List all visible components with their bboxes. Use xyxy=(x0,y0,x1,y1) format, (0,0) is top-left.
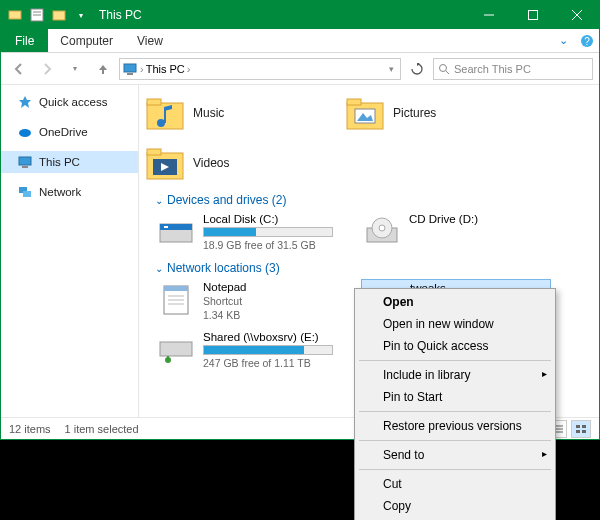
sidebar-item-quick-access[interactable]: Quick access xyxy=(1,91,138,113)
svg-line-14 xyxy=(446,71,449,74)
context-menu-separator xyxy=(359,469,551,470)
context-menu-item-open-in-new-window[interactable]: Open in new window xyxy=(357,313,553,335)
context-menu-item-cut[interactable]: Cut xyxy=(357,473,553,495)
svg-rect-20 xyxy=(23,191,31,197)
context-menu-item-restore-previous-versions[interactable]: Restore previous versions xyxy=(357,415,553,437)
context-menu-item-open[interactable]: Open xyxy=(357,291,553,313)
cd-icon xyxy=(363,213,401,251)
new-folder-icon[interactable] xyxy=(49,5,69,25)
up-button[interactable] xyxy=(91,57,115,81)
svg-rect-26 xyxy=(347,99,361,105)
help-icon[interactable]: ? xyxy=(575,29,599,52)
svg-rect-30 xyxy=(147,149,161,155)
section-network-header[interactable]: ⌄ Network locations (3) xyxy=(155,261,599,275)
folder-pictures[interactable]: Pictures xyxy=(345,91,525,135)
context-menu-item-include-in-library[interactable]: Include in library xyxy=(357,364,553,386)
svg-point-16 xyxy=(19,129,31,137)
star-icon xyxy=(17,94,33,110)
music-folder-icon xyxy=(145,93,185,133)
context-menu-separator xyxy=(359,440,551,441)
svg-rect-35 xyxy=(164,226,168,228)
chevron-down-icon: ⌄ xyxy=(155,195,163,206)
svg-rect-22 xyxy=(147,99,161,105)
svg-rect-46 xyxy=(160,342,192,356)
sidebar-item-onedrive[interactable]: OneDrive xyxy=(1,121,138,143)
svg-point-23 xyxy=(157,119,165,127)
ribbon-expand-icon[interactable]: ⌄ xyxy=(551,29,575,52)
tab-view[interactable]: View xyxy=(125,29,175,52)
forward-button[interactable] xyxy=(35,57,59,81)
svg-rect-40 xyxy=(164,286,188,291)
svg-marker-15 xyxy=(19,96,31,108)
close-button[interactable] xyxy=(555,1,599,29)
sidebar-item-network[interactable]: Network xyxy=(1,181,138,203)
folder-music[interactable]: Music xyxy=(145,91,325,135)
svg-point-13 xyxy=(440,64,447,71)
svg-text:?: ? xyxy=(584,36,590,47)
cloud-icon xyxy=(17,124,33,140)
svg-rect-6 xyxy=(529,11,538,20)
recent-dropdown-icon[interactable]: ▾ xyxy=(63,57,87,81)
maximize-button[interactable] xyxy=(511,1,555,29)
svg-rect-55 xyxy=(582,430,586,433)
svg-rect-18 xyxy=(22,166,28,168)
tab-file[interactable]: File xyxy=(1,29,48,52)
netdrive-icon xyxy=(157,331,195,369)
search-input[interactable]: Search This PC xyxy=(433,58,593,80)
notepad-icon xyxy=(157,281,195,319)
ribbon-tabs: File Computer View ⌄ ? xyxy=(1,29,599,53)
address-bar: ▾ › This PC › ▾ Search This PC xyxy=(1,53,599,85)
back-button[interactable] xyxy=(7,57,31,81)
breadcrumb[interactable]: › This PC › ▾ xyxy=(119,58,401,80)
svg-rect-52 xyxy=(576,425,580,428)
system-icon[interactable] xyxy=(5,5,25,25)
selection-count: 1 item selected xyxy=(65,423,139,435)
svg-rect-17 xyxy=(19,157,31,165)
chevron-down-icon: ⌄ xyxy=(155,263,163,274)
search-icon xyxy=(438,63,450,75)
network-icon xyxy=(17,184,33,200)
sidebar-item-this-pc[interactable]: This PC xyxy=(1,151,138,173)
item-shared-e[interactable]: Shared (\\vboxsrv) (E:) 247 GB free of 1… xyxy=(155,329,345,371)
breadcrumb-item[interactable]: This PC xyxy=(146,63,185,75)
context-menu-item-copy[interactable]: Copy xyxy=(357,495,553,517)
storage-bar xyxy=(203,227,333,237)
large-icons-view-button[interactable] xyxy=(571,420,591,438)
svg-rect-4 xyxy=(53,11,65,20)
pictures-folder-icon xyxy=(345,93,385,133)
svg-rect-12 xyxy=(127,73,133,75)
folder-videos[interactable]: Videos xyxy=(145,141,325,185)
item-count: 12 items xyxy=(9,423,51,435)
qat-dropdown-icon[interactable]: ▾ xyxy=(71,5,91,25)
refresh-button[interactable] xyxy=(405,57,429,81)
item-notepad-shortcut[interactable]: Notepad Shortcut 1.34 KB xyxy=(155,279,345,323)
svg-rect-0 xyxy=(9,11,21,19)
monitor-icon xyxy=(17,154,33,170)
monitor-icon xyxy=(122,61,138,77)
minimize-button[interactable] xyxy=(467,1,511,29)
context-menu-item-pin-to-start[interactable]: Pin to Start xyxy=(357,386,553,408)
hdd-icon xyxy=(157,213,195,251)
properties-icon[interactable] xyxy=(27,5,47,25)
context-menu[interactable]: OpenOpen in new windowPin to Quick acces… xyxy=(354,288,556,520)
svg-point-38 xyxy=(379,225,385,231)
drive-local-c[interactable]: Local Disk (C:) 18.9 GB free of 31.5 GB xyxy=(155,211,345,253)
context-menu-separator xyxy=(359,360,551,361)
window-title: This PC xyxy=(99,8,467,22)
svg-rect-11 xyxy=(124,64,136,72)
svg-rect-53 xyxy=(582,425,586,428)
navigation-pane: Quick access OneDrive This PC Network xyxy=(1,85,139,417)
section-drives-header[interactable]: ⌄ Devices and drives (2) xyxy=(155,193,599,207)
drive-cd-d[interactable]: CD Drive (D:) xyxy=(361,211,551,253)
storage-bar xyxy=(203,345,333,355)
titlebar[interactable]: ▾ This PC xyxy=(1,1,599,29)
tab-computer[interactable]: Computer xyxy=(48,29,125,52)
svg-rect-54 xyxy=(576,430,580,433)
context-menu-item-pin-to-quick-access[interactable]: Pin to Quick access xyxy=(357,335,553,357)
context-menu-item-send-to[interactable]: Send to xyxy=(357,444,553,466)
context-menu-separator xyxy=(359,411,551,412)
videos-folder-icon xyxy=(145,143,185,183)
